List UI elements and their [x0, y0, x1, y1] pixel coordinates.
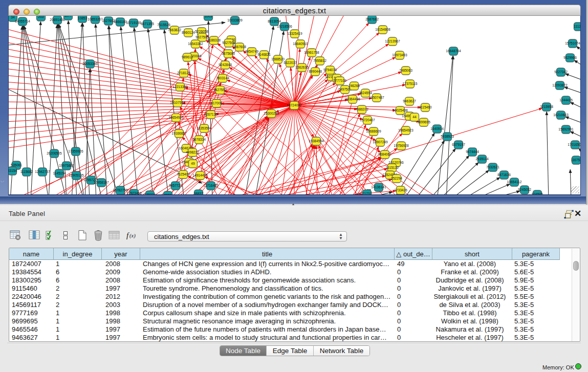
svg-text:10653267: 10653267: [88, 17, 103, 21]
svg-text:49: 49: [191, 162, 195, 165]
svg-text:(x): (x): [129, 233, 136, 239]
svg-text:3282: 3282: [164, 193, 172, 195]
svg-text:19654923: 19654923: [168, 116, 184, 119]
svg-text:16210643: 16210643: [553, 113, 569, 117]
svg-text:44: 44: [412, 115, 417, 119]
svg-text:3875685: 3875685: [222, 52, 235, 55]
svg-text:9427552: 9427552: [213, 88, 227, 92]
svg-text:1640934: 1640934: [430, 127, 444, 130]
svg-text:9684067: 9684067: [378, 152, 391, 156]
svg-text:7625402: 7625402: [177, 172, 190, 176]
svg-text:6379197: 6379197: [452, 143, 465, 146]
svg-text:12213369: 12213369: [172, 85, 188, 89]
svg-text:12942737: 12942737: [35, 170, 50, 173]
svg-text:1077: 1077: [64, 16, 72, 17]
svg-text:15716485: 15716485: [203, 184, 219, 187]
svg-text:18907249: 18907249: [373, 140, 388, 144]
svg-text:71737: 71737: [362, 192, 372, 195]
svg-text:9777109: 9777109: [333, 79, 346, 82]
svg-text:1562615: 1562615: [295, 65, 309, 69]
svg-text:18724007: 18724007: [287, 103, 302, 107]
svg-text:7955812: 7955812: [313, 59, 326, 62]
svg-text:116753: 116753: [571, 158, 580, 162]
svg-text:33154: 33154: [9, 169, 17, 172]
svg-text:19166827: 19166827: [171, 132, 187, 135]
svg-text:17016504: 17016504: [568, 143, 580, 146]
svg-text:1733426: 1733426: [394, 188, 407, 192]
svg-text:10958107: 10958107: [94, 181, 109, 184]
svg-text:1615132: 1615132: [385, 166, 399, 169]
svg-text:2718126: 2718126: [177, 71, 190, 75]
svg-text:7663822: 7663822: [168, 28, 181, 32]
svg-text:1244415: 1244415: [559, 98, 573, 102]
svg-text:16782759: 16782759: [113, 188, 128, 192]
svg-text:9242848: 9242848: [219, 63, 232, 67]
svg-text:8960124: 8960124: [182, 31, 195, 34]
svg-text:10654112: 10654112: [507, 180, 522, 184]
svg-text:19384554: 19384554: [309, 139, 324, 143]
svg-text:3824554: 3824554: [359, 91, 372, 95]
svg-text:12213967: 12213967: [385, 39, 400, 43]
svg-text:20364436: 20364436: [345, 97, 360, 101]
svg-text:16648784: 16648784: [446, 49, 461, 53]
svg-text:1588520: 1588520: [271, 57, 285, 61]
svg-text:16961758: 16961758: [304, 51, 319, 54]
svg-text:38837: 38837: [194, 192, 204, 195]
svg-text:8471636: 8471636: [497, 173, 511, 177]
svg-text:8267130: 8267130: [204, 113, 217, 116]
svg-text:7986372: 7986372: [355, 107, 368, 111]
svg-text:9463627: 9463627: [403, 99, 416, 103]
svg-text:18640910: 18640910: [293, 42, 308, 46]
svg-text:3215958: 3215958: [540, 105, 553, 108]
svg-text:15692991: 15692991: [558, 127, 574, 131]
svg-text:8813054: 8813054: [268, 19, 281, 23]
svg-text:5938923: 5938923: [441, 135, 454, 138]
svg-text:20053346: 20053346: [82, 62, 98, 65]
svg-text:2867608: 2867608: [233, 45, 246, 49]
svg-text:10033809: 10033809: [227, 18, 243, 22]
svg-text:11121: 11121: [574, 25, 580, 28]
svg-text:7515526: 7515526: [157, 23, 170, 27]
svg-text:7632621: 7632621: [486, 165, 499, 169]
svg-text:14914479: 14914479: [192, 173, 208, 177]
svg-text:13325419: 13325419: [287, 32, 302, 35]
svg-text:15751074: 15751074: [565, 41, 580, 45]
svg-text:7803144: 7803144: [216, 76, 229, 80]
svg-text:2935114: 2935114: [475, 157, 489, 161]
svg-text:11353594: 11353594: [197, 126, 212, 130]
svg-text:1145194: 1145194: [53, 171, 66, 175]
svg-text:10973493: 10973493: [392, 53, 407, 57]
svg-text:17375115: 17375115: [403, 82, 418, 85]
svg-text:5226058: 5226058: [195, 30, 208, 33]
svg-text:19756928: 19756928: [394, 144, 409, 147]
svg-text:989612: 989612: [182, 55, 193, 59]
svg-text:6671355: 6671355: [141, 22, 154, 26]
svg-text:5322037: 5322037: [284, 61, 297, 64]
svg-text:9329966: 9329966: [563, 56, 577, 59]
svg-text:9245052: 9245052: [518, 188, 531, 191]
svg-text:25300293: 25300293: [264, 112, 279, 115]
svg-text:9457721: 9457721: [169, 184, 182, 187]
svg-text:10719155: 10719155: [126, 21, 141, 25]
svg-text:5878334: 5878334: [192, 138, 206, 141]
svg-text:8186328: 8186328: [207, 38, 221, 42]
svg-text:10107552: 10107552: [170, 101, 185, 104]
svg-text:19975887: 19975887: [59, 164, 74, 167]
svg-text:9227342: 9227342: [554, 70, 568, 74]
svg-text:9474444: 9474444: [466, 150, 479, 154]
svg-text:14136141: 14136141: [371, 185, 386, 189]
svg-text:16543362: 16543362: [188, 42, 203, 46]
svg-text:8454749: 8454749: [245, 50, 258, 53]
svg-text:17359926: 17359926: [68, 149, 83, 153]
svg-text:917006: 917006: [211, 101, 222, 105]
svg-text:10688609: 10688609: [366, 129, 381, 133]
svg-text:14055714: 14055714: [15, 19, 30, 23]
svg-text:203: 203: [38, 16, 43, 18]
svg-text:19654923: 19654923: [398, 128, 413, 132]
svg-text:9115460: 9115460: [419, 105, 432, 109]
svg-text:12905135: 12905135: [69, 173, 84, 177]
svg-text:16154808: 16154808: [375, 28, 390, 31]
svg-text:2687682: 2687682: [365, 17, 379, 21]
svg-text:4498222: 4498222: [186, 150, 199, 154]
svg-text:12923468: 12923468: [126, 191, 142, 195]
